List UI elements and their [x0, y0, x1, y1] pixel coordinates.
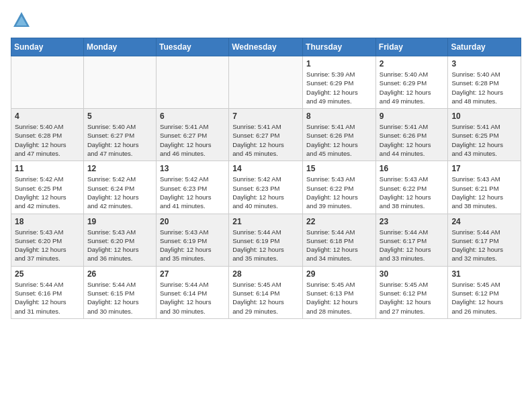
- weekday-header-wednesday: Wednesday: [229, 38, 303, 56]
- day-info: Sunrise: 5:41 AM Sunset: 6:25 PM Dayligh…: [451, 122, 517, 158]
- calendar-cell: 6Sunrise: 5:41 AM Sunset: 6:27 PM Daylig…: [156, 109, 228, 161]
- day-number: 23: [380, 217, 445, 226]
- calendar-cell: 21Sunrise: 5:44 AM Sunset: 6:19 PM Dayli…: [229, 214, 303, 266]
- calendar-cell: 25Sunrise: 5:44 AM Sunset: 6:16 PM Dayli…: [11, 266, 84, 318]
- day-number: 16: [380, 164, 445, 173]
- day-info: Sunrise: 5:42 AM Sunset: 6:23 PM Dayligh…: [160, 175, 225, 210]
- calendar-cell: 17Sunrise: 5:43 AM Sunset: 6:21 PM Dayli…: [448, 161, 521, 214]
- calendar-cell: 18Sunrise: 5:43 AM Sunset: 6:20 PM Dayli…: [11, 214, 84, 266]
- day-number: 29: [306, 269, 372, 279]
- calendar-cell: 8Sunrise: 5:41 AM Sunset: 6:26 PM Daylig…: [303, 109, 376, 161]
- week-row-5: 25Sunrise: 5:44 AM Sunset: 6:16 PM Dayli…: [11, 266, 521, 318]
- day-number: 8: [306, 111, 372, 121]
- day-number: 10: [451, 111, 517, 121]
- weekday-header-row: SundayMondayTuesdayWednesdayThursdayFrid…: [11, 38, 521, 56]
- day-number: 7: [232, 111, 299, 121]
- calendar-cell: 20Sunrise: 5:43 AM Sunset: 6:19 PM Dayli…: [156, 214, 228, 266]
- weekday-header-thursday: Thursday: [303, 38, 376, 56]
- day-info: Sunrise: 5:44 AM Sunset: 6:15 PM Dayligh…: [87, 280, 152, 316]
- day-info: Sunrise: 5:42 AM Sunset: 6:25 PM Dayligh…: [15, 175, 80, 210]
- logo: [11, 11, 31, 30]
- calendar-cell: [229, 56, 303, 109]
- day-info: Sunrise: 5:42 AM Sunset: 6:24 PM Dayligh…: [87, 175, 152, 210]
- day-info: Sunrise: 5:43 AM Sunset: 6:22 PM Dayligh…: [306, 175, 372, 210]
- day-info: Sunrise: 5:40 AM Sunset: 6:28 PM Dayligh…: [451, 70, 517, 105]
- day-number: 6: [160, 111, 225, 121]
- logo-icon: [12, 11, 31, 30]
- calendar-cell: 22Sunrise: 5:44 AM Sunset: 6:18 PM Dayli…: [303, 214, 376, 266]
- calendar-cell: 2Sunrise: 5:40 AM Sunset: 6:29 PM Daylig…: [375, 56, 448, 109]
- day-info: Sunrise: 5:40 AM Sunset: 6:27 PM Dayligh…: [87, 122, 152, 158]
- weekday-header-monday: Monday: [83, 38, 156, 56]
- day-number: 1: [306, 59, 372, 68]
- weekday-header-tuesday: Tuesday: [156, 38, 228, 56]
- day-number: 25: [15, 269, 80, 279]
- calendar-cell: 13Sunrise: 5:42 AM Sunset: 6:23 PM Dayli…: [156, 161, 228, 214]
- calendar-cell: [11, 56, 84, 109]
- weekday-header-sunday: Sunday: [11, 38, 84, 56]
- calendar-cell: 15Sunrise: 5:43 AM Sunset: 6:22 PM Dayli…: [303, 161, 376, 214]
- day-number: 12: [87, 164, 152, 173]
- day-info: Sunrise: 5:45 AM Sunset: 6:13 PM Dayligh…: [306, 280, 372, 316]
- day-number: 9: [380, 111, 445, 121]
- calendar-cell: 24Sunrise: 5:44 AM Sunset: 6:17 PM Dayli…: [448, 214, 521, 266]
- day-number: 14: [232, 164, 299, 173]
- calendar-cell: [83, 56, 156, 109]
- day-number: 2: [380, 59, 445, 68]
- day-info: Sunrise: 5:44 AM Sunset: 6:17 PM Dayligh…: [380, 228, 445, 263]
- day-info: Sunrise: 5:41 AM Sunset: 6:26 PM Dayligh…: [306, 122, 372, 158]
- day-info: Sunrise: 5:43 AM Sunset: 6:20 PM Dayligh…: [87, 228, 152, 263]
- day-info: Sunrise: 5:44 AM Sunset: 6:18 PM Dayligh…: [306, 228, 372, 263]
- day-info: Sunrise: 5:39 AM Sunset: 6:29 PM Dayligh…: [306, 70, 372, 105]
- day-number: 27: [160, 269, 225, 279]
- day-info: Sunrise: 5:44 AM Sunset: 6:19 PM Dayligh…: [232, 228, 299, 263]
- day-number: 26: [87, 269, 152, 279]
- weekday-header-saturday: Saturday: [448, 38, 521, 56]
- day-number: 31: [451, 269, 517, 279]
- day-info: Sunrise: 5:40 AM Sunset: 6:29 PM Dayligh…: [380, 70, 445, 105]
- day-number: 21: [232, 217, 299, 226]
- week-row-2: 4Sunrise: 5:40 AM Sunset: 6:28 PM Daylig…: [11, 109, 521, 161]
- calendar-cell: 10Sunrise: 5:41 AM Sunset: 6:25 PM Dayli…: [448, 109, 521, 161]
- day-number: 24: [451, 217, 517, 226]
- calendar-cell: 9Sunrise: 5:41 AM Sunset: 6:26 PM Daylig…: [375, 109, 448, 161]
- calendar-cell: 19Sunrise: 5:43 AM Sunset: 6:20 PM Dayli…: [83, 214, 156, 266]
- calendar-cell: 7Sunrise: 5:41 AM Sunset: 6:27 PM Daylig…: [229, 109, 303, 161]
- week-row-1: 1Sunrise: 5:39 AM Sunset: 6:29 PM Daylig…: [11, 56, 521, 109]
- day-info: Sunrise: 5:41 AM Sunset: 6:27 PM Dayligh…: [160, 122, 225, 158]
- day-number: 30: [380, 269, 445, 279]
- day-info: Sunrise: 5:43 AM Sunset: 6:22 PM Dayligh…: [380, 175, 445, 210]
- day-number: 20: [160, 217, 225, 226]
- calendar-cell: 29Sunrise: 5:45 AM Sunset: 6:13 PM Dayli…: [303, 266, 376, 318]
- day-info: Sunrise: 5:44 AM Sunset: 6:14 PM Dayligh…: [160, 280, 225, 316]
- day-number: 19: [87, 217, 152, 226]
- page-header: [11, 11, 521, 30]
- day-info: Sunrise: 5:43 AM Sunset: 6:19 PM Dayligh…: [160, 228, 225, 263]
- day-number: 4: [15, 111, 80, 121]
- day-number: 13: [160, 164, 225, 173]
- day-info: Sunrise: 5:45 AM Sunset: 6:12 PM Dayligh…: [380, 280, 445, 316]
- calendar-cell: 11Sunrise: 5:42 AM Sunset: 6:25 PM Dayli…: [11, 161, 84, 214]
- day-info: Sunrise: 5:44 AM Sunset: 6:17 PM Dayligh…: [451, 228, 517, 263]
- calendar-cell: 14Sunrise: 5:42 AM Sunset: 6:23 PM Dayli…: [229, 161, 303, 214]
- calendar-cell: 4Sunrise: 5:40 AM Sunset: 6:28 PM Daylig…: [11, 109, 84, 161]
- day-number: 28: [232, 269, 299, 279]
- calendar-cell: 1Sunrise: 5:39 AM Sunset: 6:29 PM Daylig…: [303, 56, 376, 109]
- calendar-cell: [156, 56, 228, 109]
- calendar-cell: 26Sunrise: 5:44 AM Sunset: 6:15 PM Dayli…: [83, 266, 156, 318]
- week-row-4: 18Sunrise: 5:43 AM Sunset: 6:20 PM Dayli…: [11, 214, 521, 266]
- calendar-cell: 30Sunrise: 5:45 AM Sunset: 6:12 PM Dayli…: [375, 266, 448, 318]
- day-number: 18: [15, 217, 80, 226]
- day-info: Sunrise: 5:45 AM Sunset: 6:12 PM Dayligh…: [451, 280, 517, 316]
- day-number: 5: [87, 111, 152, 121]
- calendar-cell: 28Sunrise: 5:45 AM Sunset: 6:14 PM Dayli…: [229, 266, 303, 318]
- calendar-cell: 31Sunrise: 5:45 AM Sunset: 6:12 PM Dayli…: [448, 266, 521, 318]
- day-info: Sunrise: 5:44 AM Sunset: 6:16 PM Dayligh…: [15, 280, 80, 316]
- day-info: Sunrise: 5:43 AM Sunset: 6:21 PM Dayligh…: [451, 175, 517, 210]
- calendar-cell: 5Sunrise: 5:40 AM Sunset: 6:27 PM Daylig…: [83, 109, 156, 161]
- weekday-header-friday: Friday: [375, 38, 448, 56]
- calendar-cell: 16Sunrise: 5:43 AM Sunset: 6:22 PM Dayli…: [375, 161, 448, 214]
- day-number: 11: [15, 164, 80, 173]
- day-number: 17: [451, 164, 517, 173]
- day-info: Sunrise: 5:41 AM Sunset: 6:26 PM Dayligh…: [380, 122, 445, 158]
